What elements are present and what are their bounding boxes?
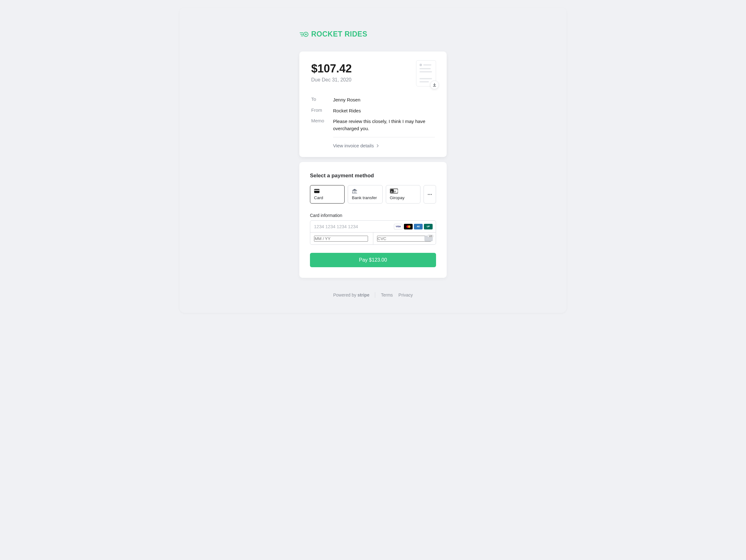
page-frame: ROCKET RIDES $107.42 Due Dec 31, 2020 To… [179, 7, 567, 313]
mastercard-icon [404, 224, 413, 229]
accepted-card-brands: VISA AE UP [394, 224, 433, 229]
divider [333, 137, 435, 137]
svg-rect-6 [314, 190, 320, 191]
to-value: Jenny Rosen [333, 96, 435, 104]
view-details-label: View invoice details [333, 143, 374, 148]
brand-name: ROCKET RIDES [311, 30, 367, 38]
payment-card: Select a payment method Card Bank transf… [299, 162, 447, 278]
svg-rect-5 [314, 189, 320, 193]
memo-label: Memo [311, 118, 333, 132]
card-icon [314, 189, 320, 194]
download-icon [433, 83, 436, 87]
footer: Powered by stripe Terms Privacy [333, 292, 413, 298]
rocket-icon [299, 31, 309, 38]
card-cvc-field [373, 232, 436, 245]
view-invoice-details-link[interactable]: View invoice details [333, 143, 435, 148]
powered-by: Powered by stripe [333, 292, 370, 298]
svg-text:g: g [391, 190, 392, 193]
from-label: From [311, 107, 333, 115]
download-invoice-button[interactable] [430, 81, 439, 89]
visa-icon: VISA [394, 224, 403, 229]
svg-point-11 [428, 194, 429, 195]
svg-point-4 [305, 33, 307, 35]
svg-text:p: p [394, 190, 396, 193]
giropay-icon: gp [390, 189, 398, 194]
card-expiry-field [310, 232, 373, 245]
invoice-preview-thumbnail [416, 60, 436, 86]
bank-icon [352, 189, 357, 194]
payment-section-title: Select a payment method [310, 173, 436, 179]
invoice-summary-card: $107.42 Due Dec 31, 2020 To Jenny Rosen … [299, 52, 447, 157]
cvc-hint-icon [425, 236, 433, 241]
method-card-label: Card [314, 195, 341, 200]
card-expiry-input[interactable] [314, 236, 368, 242]
invoice-meta: To Jenny Rosen From Rocket Rides Memo Pl… [311, 96, 435, 148]
more-payment-methods-button[interactable] [424, 185, 436, 203]
memo-value: Please review this closely, I think I ma… [333, 118, 435, 132]
chevron-right-icon [376, 144, 379, 148]
stripe-logo: stripe [357, 292, 369, 298]
payment-method-tabs: Card Bank transfer gp Giropay [310, 185, 436, 203]
card-number-field: VISA AE UP [310, 221, 436, 232]
powered-by-label: Powered by [333, 292, 356, 298]
method-card[interactable]: Card [310, 185, 345, 203]
svg-point-13 [431, 194, 432, 195]
to-label: To [311, 96, 333, 104]
more-icon [428, 194, 432, 195]
privacy-link[interactable]: Privacy [399, 292, 413, 298]
method-giropay[interactable]: gp Giropay [386, 185, 421, 203]
from-value: Rocket Rides [333, 107, 435, 115]
terms-link[interactable]: Terms [381, 292, 393, 298]
amex-icon: AE [414, 224, 423, 229]
card-cvc-input[interactable] [377, 236, 431, 242]
unionpay-icon: UP [424, 224, 433, 229]
method-bank-label: Bank transfer [352, 195, 378, 200]
card-input-group: VISA AE UP [310, 220, 436, 245]
method-bank-transfer[interactable]: Bank transfer [348, 185, 382, 203]
card-info-label: Card information [310, 213, 436, 218]
method-giropay-label: Giropay [390, 195, 417, 200]
pay-button[interactable]: Pay $123.00 [310, 253, 436, 267]
brand-logo: ROCKET RIDES [299, 30, 447, 38]
svg-point-12 [430, 194, 430, 195]
